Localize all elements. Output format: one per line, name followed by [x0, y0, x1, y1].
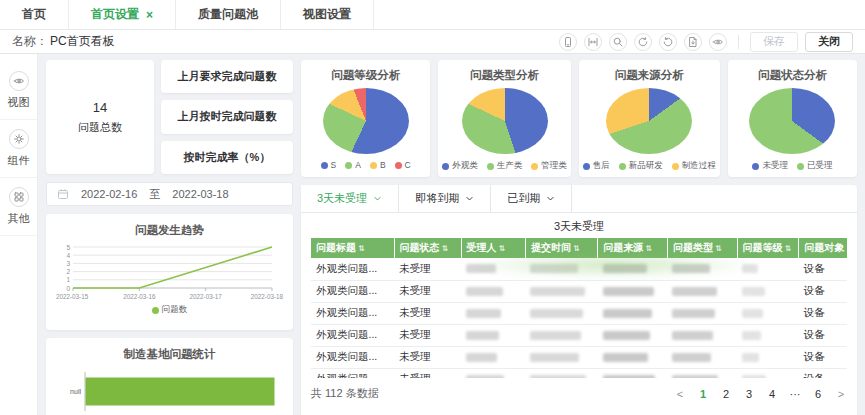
date-range-picker[interactable]: 2022-02-16 至 2022-03-18: [46, 182, 293, 206]
sort-icon[interactable]: ⇅: [645, 244, 652, 253]
legend-label: 问题数: [162, 304, 188, 316]
table-scroll-area[interactable]: 问题标题⇅问题状态⇅受理人⇅提交时间⇅问题来源⇅问题类型⇅问题等级⇅问题对象⇅ …: [311, 238, 847, 378]
toolbar-divider: [738, 35, 739, 49]
redo-button[interactable]: [634, 33, 652, 51]
tab-view-settings[interactable]: 视图设置: [281, 0, 374, 29]
legend-item[interactable]: B: [370, 160, 386, 170]
pie-chart-source[interactable]: [606, 88, 692, 154]
page-ellipsis[interactable]: ···: [789, 388, 801, 400]
export-button[interactable]: [684, 33, 702, 51]
trend-line-chart[interactable]: 0123452022-03-152022-03-162022-03-172022…: [55, 242, 284, 302]
table-row[interactable]: 外观类问题...未受理设备: [311, 258, 847, 280]
stat-stack: 上月要求完成问题数 上月按时完成问题数 按时完成率（%）: [161, 60, 293, 174]
close-button[interactable]: 关闭: [805, 32, 853, 52]
sidebar-item-components[interactable]: 组件: [0, 120, 37, 178]
sort-icon[interactable]: ⇅: [785, 244, 792, 253]
table-cell: [667, 280, 737, 302]
redacted-value: [466, 309, 501, 318]
column-header[interactable]: 问题状态⇅: [394, 238, 461, 258]
column-header[interactable]: 问题来源⇅: [598, 238, 668, 258]
redacted-value: [672, 353, 711, 362]
undo-button[interactable]: [659, 33, 677, 51]
sidebar-item-other[interactable]: 其他: [0, 178, 37, 236]
redacted-value: [466, 287, 503, 296]
table-row[interactable]: 外观类问题...未受理设备: [311, 324, 847, 346]
sort-icon[interactable]: ⇅: [442, 244, 449, 253]
close-tab-icon[interactable]: ×: [146, 9, 153, 21]
tab-overdue[interactable]: 已到期: [491, 185, 572, 212]
tab-label: 质量问题池: [198, 6, 258, 23]
pie-chart-level[interactable]: [323, 88, 409, 154]
total-issues-label: 问题总数: [78, 120, 122, 135]
zoom-button[interactable]: [609, 33, 627, 51]
tab-due-soon[interactable]: 即将到期: [399, 185, 491, 212]
sort-icon[interactable]: ⇅: [846, 244, 847, 253]
tab-3days-unaccepted[interactable]: 3天未受理: [301, 185, 399, 212]
page-button[interactable]: 4: [766, 388, 778, 400]
legend-item[interactable]: 已受理: [797, 160, 833, 172]
legend-item[interactable]: 问题数: [152, 304, 188, 316]
prev-page-button[interactable]: <: [674, 388, 686, 400]
table-cell: [525, 324, 597, 346]
stat-card-rate[interactable]: 按时完成率（%）: [161, 141, 293, 174]
sort-icon[interactable]: ⇅: [715, 244, 722, 253]
column-header[interactable]: 问题等级⇅: [737, 238, 799, 258]
table-row[interactable]: 外观类问题...未受理设备: [311, 302, 847, 324]
sort-icon[interactable]: ⇅: [499, 244, 506, 253]
legend-item[interactable]: 售后: [583, 160, 610, 172]
page-button[interactable]: 3: [743, 388, 755, 400]
sort-icon[interactable]: ⇅: [573, 244, 580, 253]
stat-card-ontime[interactable]: 上月按时完成问题数: [161, 100, 293, 133]
sort-icon[interactable]: ⇅: [358, 244, 365, 253]
svg-text:3: 3: [66, 260, 70, 267]
sidebar-item-label: 组件: [8, 153, 30, 168]
chevron-down-icon: [373, 194, 382, 203]
trend-legend: 问题数: [152, 304, 188, 316]
save-button[interactable]: 保存: [750, 32, 798, 52]
legend-item[interactable]: S: [321, 160, 337, 170]
table-cell: [737, 302, 799, 324]
pie-chart-type[interactable]: [462, 88, 548, 154]
column-header[interactable]: 问题对象⇅: [799, 238, 847, 258]
legend-item[interactable]: 未受理: [752, 160, 788, 172]
column-header[interactable]: 受理人⇅: [461, 238, 525, 258]
svg-text:2022-03-17: 2022-03-17: [190, 293, 223, 300]
svg-text:2022-03-18: 2022-03-18: [251, 293, 284, 300]
legend-item[interactable]: 新品研发: [619, 160, 663, 172]
legend-item[interactable]: 生产类: [487, 160, 523, 172]
pie-chart-status[interactable]: [749, 88, 835, 154]
page-button[interactable]: 6: [812, 388, 824, 400]
table-row[interactable]: 外观类问题...未受理设备: [311, 346, 847, 368]
total-issues-card[interactable]: 14 问题总数: [46, 60, 154, 174]
sidebar-item-views[interactable]: 视图: [0, 62, 37, 120]
column-label: 受理人: [467, 242, 497, 253]
table-cell: [461, 280, 525, 302]
column-header[interactable]: 问题类型⇅: [667, 238, 737, 258]
legend-item[interactable]: C: [395, 160, 411, 170]
fit-width-button[interactable]: [584, 33, 602, 51]
stat-card-required[interactable]: 上月要求完成问题数: [161, 60, 293, 93]
base-bar-chart[interactable]: 02468null: [55, 366, 284, 415]
legend-label: 外观类: [452, 160, 478, 172]
trend-chart-title: 问题发生趋势: [135, 223, 204, 238]
table-cell: [667, 368, 737, 378]
legend-item[interactable]: A: [345, 160, 361, 170]
preview-button[interactable]: [709, 33, 727, 51]
column-header[interactable]: 提交时间⇅: [525, 238, 597, 258]
table-row[interactable]: 外观类问题...未受理设备: [311, 368, 847, 378]
tab-home[interactable]: 首页: [0, 0, 69, 29]
legend-item[interactable]: 外观类: [442, 160, 478, 172]
mobile-preview-button[interactable]: [559, 33, 577, 51]
column-header[interactable]: 问题标题⇅: [311, 238, 394, 258]
table-header-row: 问题标题⇅问题状态⇅受理人⇅提交时间⇅问题来源⇅问题类型⇅问题等级⇅问题对象⇅: [311, 238, 847, 258]
page-button[interactable]: 2: [720, 388, 732, 400]
next-page-button[interactable]: >: [835, 388, 847, 400]
redacted-value: [466, 264, 496, 273]
tab-home-settings[interactable]: 首页设置 ×: [69, 0, 176, 29]
svg-text:2022-03-15: 2022-03-15: [56, 293, 89, 300]
legend-item[interactable]: 管理类: [531, 160, 567, 172]
page-button[interactable]: 1: [697, 388, 709, 400]
legend-item[interactable]: 制造过程: [672, 160, 716, 172]
tab-quality-pool[interactable]: 质量问题池: [176, 0, 281, 29]
table-row[interactable]: 外观类问题...未受理设备: [311, 280, 847, 302]
